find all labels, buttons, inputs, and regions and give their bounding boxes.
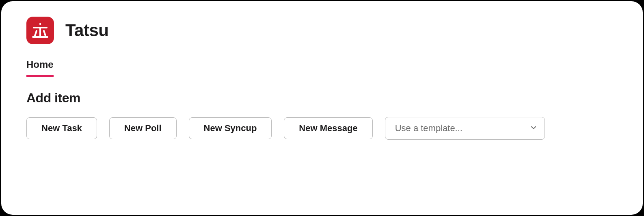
tatsu-glyph-icon xyxy=(32,22,49,39)
app-card: Tatsu Home Add item New Task New Poll Ne… xyxy=(1,1,643,215)
template-select[interactable]: Use a template... xyxy=(385,117,545,140)
new-task-button[interactable]: New Task xyxy=(26,117,97,139)
tab-home[interactable]: Home xyxy=(26,59,54,77)
actions-row: New Task New Poll New Syncup New Message… xyxy=(26,117,618,140)
new-poll-button[interactable]: New Poll xyxy=(109,117,177,139)
new-syncup-button[interactable]: New Syncup xyxy=(189,117,272,139)
svg-point-0 xyxy=(39,23,41,25)
new-message-button[interactable]: New Message xyxy=(284,117,372,139)
app-icon xyxy=(26,17,54,44)
app-title: Tatsu xyxy=(65,21,108,40)
template-select-wrap: Use a template... xyxy=(385,117,545,140)
header: Tatsu xyxy=(26,17,618,44)
section-title: Add item xyxy=(26,91,618,106)
svg-line-4 xyxy=(44,31,45,36)
template-select-placeholder: Use a template... xyxy=(395,123,462,134)
tabs: Home xyxy=(26,59,618,77)
svg-line-3 xyxy=(35,31,37,36)
tab-label: Home xyxy=(26,59,54,70)
